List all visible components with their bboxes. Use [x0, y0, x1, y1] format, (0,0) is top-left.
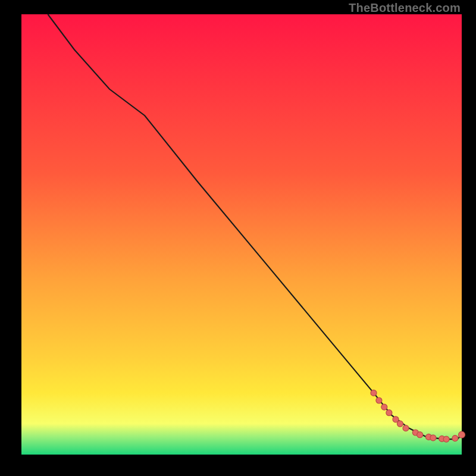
bottleneck-curve: [48, 14, 462, 439]
chart-svg: [21, 14, 462, 455]
data-point: [376, 397, 382, 403]
data-point: [417, 432, 423, 438]
data-point: [443, 436, 449, 442]
data-point: [403, 425, 409, 431]
chart-stage: TheBottleneck.com: [0, 0, 476, 476]
data-point: [371, 390, 377, 396]
data-point: [397, 421, 403, 427]
data-point: [430, 435, 436, 441]
plot-area: [21, 14, 462, 455]
data-points-group: [371, 390, 465, 442]
data-point: [386, 410, 392, 416]
data-point: [381, 404, 387, 410]
data-point: [452, 436, 458, 441]
data-point: [459, 431, 465, 438]
watermark-label: TheBottleneck.com: [349, 1, 461, 15]
